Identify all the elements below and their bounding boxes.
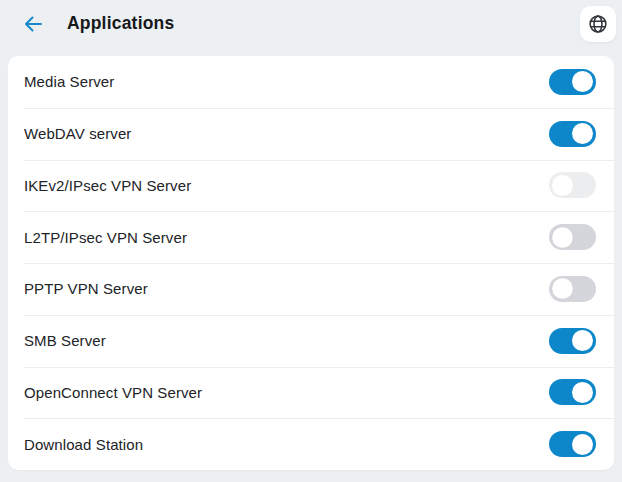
list-item-download-station: Download Station: [8, 418, 614, 470]
back-button[interactable]: [20, 11, 46, 37]
language-button[interactable]: [580, 6, 616, 42]
app-label: SMB Server: [24, 332, 106, 349]
list-item-media-server: Media Server: [8, 56, 614, 108]
toggle-knob: [552, 227, 573, 248]
download-station-toggle[interactable]: [549, 431, 596, 457]
list-item-openconnect-vpn-server: OpenConnect VPN Server: [8, 367, 614, 419]
toggle-knob: [572, 330, 593, 351]
header: Applications: [0, 0, 622, 47]
pptp-vpn-toggle[interactable]: [549, 276, 596, 302]
list-item-ikev2-ipsec-vpn-server: IKEv2/IPsec VPN Server: [8, 160, 614, 212]
app-label: PPTP VPN Server: [24, 280, 148, 297]
media-server-toggle[interactable]: [549, 69, 596, 95]
toggle-knob: [572, 71, 593, 92]
webdav-server-toggle[interactable]: [549, 121, 596, 147]
toggle-knob: [552, 175, 573, 196]
app-label: IKEv2/IPsec VPN Server: [24, 177, 191, 194]
back-arrow-icon: [21, 12, 45, 36]
list-item-pptp-vpn-server: PPTP VPN Server: [8, 263, 614, 315]
applications-list: Media Server WebDAV server IKEv2/IPsec V…: [8, 56, 614, 470]
toggle-knob: [572, 123, 593, 144]
list-item-l2tp-ipsec-vpn-server: L2TP/IPsec VPN Server: [8, 211, 614, 263]
toggle-knob: [572, 382, 593, 403]
list-item-smb-server: SMB Server: [8, 315, 614, 367]
toggle-knob: [572, 434, 593, 455]
openconnect-vpn-toggle[interactable]: [549, 379, 596, 405]
smb-server-toggle[interactable]: [549, 328, 596, 354]
ikev2-ipsec-vpn-toggle[interactable]: [549, 172, 596, 198]
toggle-knob: [552, 278, 573, 299]
app-label: Download Station: [24, 436, 143, 453]
list-item-webdav-server: WebDAV server: [8, 108, 614, 160]
l2tp-ipsec-vpn-toggle[interactable]: [549, 224, 596, 250]
app-label: L2TP/IPsec VPN Server: [24, 229, 187, 246]
app-label: OpenConnect VPN Server: [24, 384, 202, 401]
app-label: Media Server: [24, 73, 114, 90]
globe-icon: [587, 13, 609, 35]
app-label: WebDAV server: [24, 125, 131, 142]
page-title: Applications: [67, 13, 174, 34]
